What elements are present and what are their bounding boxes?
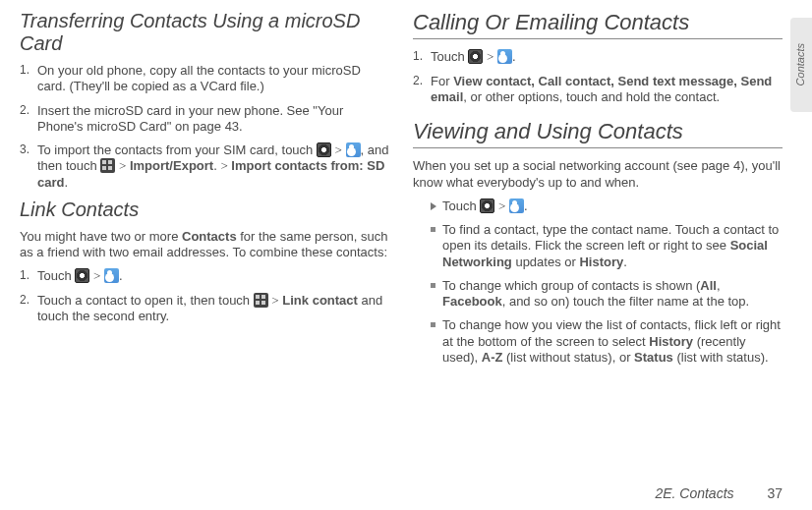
page-columns: Transferring Contacts Using a microSD Ca… bbox=[20, 10, 783, 457]
call-step-1: 1. Touch > . bbox=[413, 49, 783, 65]
link-step-2: 2. Touch a contact to open it, then touc… bbox=[20, 293, 389, 325]
link-step-1: 1. Touch > . bbox=[20, 268, 389, 284]
heading-viewing: Viewing and Using Contacts bbox=[413, 119, 783, 148]
touch-list: Touch > . bbox=[431, 198, 783, 214]
heading-calling: Calling Or Emailing Contacts bbox=[413, 10, 783, 39]
heading-transferring: Transferring Contacts Using a microSD Ca… bbox=[20, 10, 389, 55]
page-footer: 2E. Contacts 37 bbox=[655, 485, 783, 503]
step-1: 1. On your old phone, copy all the conta… bbox=[20, 63, 389, 95]
heading-link-contacts: Link Contacts bbox=[20, 198, 389, 221]
tip-find: To find a contact, type the contact name… bbox=[431, 222, 783, 270]
transfer-steps: 1. On your old phone, copy all the conta… bbox=[20, 63, 389, 191]
touch-item: Touch > . bbox=[431, 198, 783, 214]
link-intro: You might have two or more Contacts for … bbox=[20, 229, 389, 261]
calling-steps: 1. Touch > . 2. For View contact, Call c… bbox=[413, 49, 783, 105]
footer-page-number: 37 bbox=[767, 485, 783, 501]
side-tab: Contacts bbox=[790, 18, 812, 112]
viewing-intro: When you set up a social networking acco… bbox=[413, 158, 783, 191]
contacts-icon bbox=[497, 49, 512, 64]
home-icon bbox=[75, 268, 89, 283]
contacts-icon bbox=[509, 198, 524, 213]
side-tab-label: Contacts bbox=[794, 43, 808, 85]
tips-list: To find a contact, type the contact name… bbox=[431, 222, 783, 366]
right-column: Calling Or Emailing Contacts 1. Touch > … bbox=[413, 10, 783, 457]
contacts-icon bbox=[346, 142, 361, 157]
home-icon bbox=[468, 49, 483, 64]
footer-section: 2E. Contacts bbox=[655, 485, 733, 501]
home-icon bbox=[317, 142, 331, 157]
menu-icon bbox=[254, 293, 268, 308]
step-2: 2. Insert the microSD card in your new p… bbox=[20, 103, 389, 136]
call-step-2: 2. For View contact, Call contact, Send … bbox=[413, 74, 783, 106]
tip-view: To change how you view the list of conta… bbox=[431, 317, 783, 366]
contacts-icon bbox=[104, 268, 119, 283]
left-column: Transferring Contacts Using a microSD Ca… bbox=[20, 10, 389, 457]
step-3: 3. To import the contacts from your SIM … bbox=[20, 142, 389, 191]
home-icon bbox=[480, 198, 494, 213]
tip-group: To change which group of contacts is sho… bbox=[431, 278, 783, 311]
link-steps: 1. Touch > . 2. Touch a contact to open … bbox=[20, 268, 389, 324]
menu-icon bbox=[100, 158, 115, 173]
